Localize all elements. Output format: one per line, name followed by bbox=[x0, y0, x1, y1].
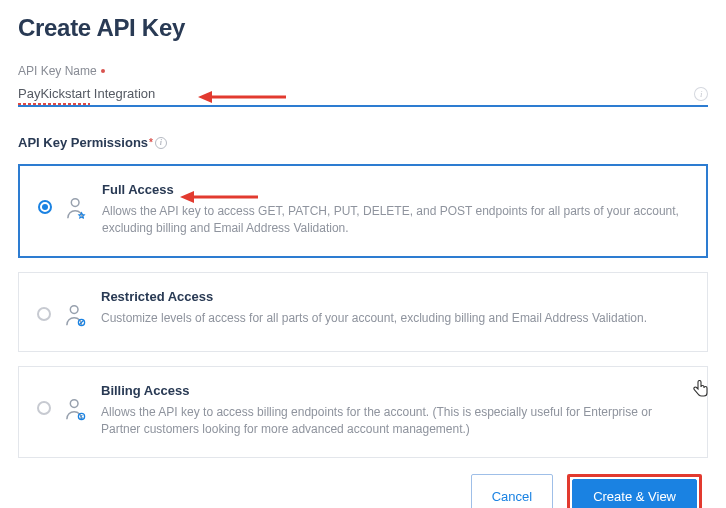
api-key-name-field-wrap: i bbox=[18, 84, 708, 107]
api-key-name-input[interactable] bbox=[18, 84, 692, 103]
radio-full-access[interactable] bbox=[38, 200, 52, 214]
radio-restricted-access[interactable] bbox=[37, 307, 51, 321]
person-denied-icon bbox=[65, 303, 87, 333]
permissions-options: Full Access Allows the API key to access… bbox=[18, 164, 708, 458]
spellcheck-underline bbox=[18, 103, 90, 105]
button-row: Cancel Create & View bbox=[18, 474, 708, 508]
person-star-icon bbox=[66, 196, 88, 226]
permission-option-billing-access[interactable]: $ Billing Access Allows the API key to a… bbox=[18, 366, 708, 458]
required-star-icon: * bbox=[149, 137, 153, 148]
person-billing-icon: $ bbox=[65, 397, 87, 427]
info-icon[interactable]: i bbox=[155, 137, 167, 149]
api-key-permissions-label: API Key Permissions * i bbox=[18, 135, 708, 150]
radio-billing-access[interactable] bbox=[37, 401, 51, 415]
permission-option-restricted-access[interactable]: Restricted Access Customize levels of ac… bbox=[18, 272, 708, 352]
option-title-billing: Billing Access bbox=[101, 383, 689, 398]
option-title-restricted: Restricted Access bbox=[101, 289, 689, 304]
info-icon[interactable]: i bbox=[694, 87, 708, 101]
api-key-name-label-text: API Key Name bbox=[18, 64, 97, 78]
api-key-name-label: API Key Name bbox=[18, 64, 708, 78]
svg-point-0 bbox=[71, 199, 79, 207]
page-title: Create API Key bbox=[18, 14, 708, 42]
svg-point-1 bbox=[70, 306, 78, 314]
option-desc-restricted: Customize levels of access for all parts… bbox=[101, 310, 689, 327]
create-and-view-button[interactable]: Create & View bbox=[572, 479, 697, 508]
option-desc-billing: Allows the API key to access billing end… bbox=[101, 404, 689, 439]
option-title-full: Full Access bbox=[102, 182, 688, 197]
cancel-button[interactable]: Cancel bbox=[471, 474, 553, 508]
annotation-highlight-submit: Create & View bbox=[567, 474, 702, 508]
api-key-permissions-label-text: API Key Permissions bbox=[18, 135, 148, 150]
required-dot-icon bbox=[101, 69, 105, 73]
option-desc-full: Allows the API key to access GET, PATCH,… bbox=[102, 203, 688, 238]
svg-point-4 bbox=[70, 400, 78, 408]
permission-option-full-access[interactable]: Full Access Allows the API key to access… bbox=[18, 164, 708, 258]
